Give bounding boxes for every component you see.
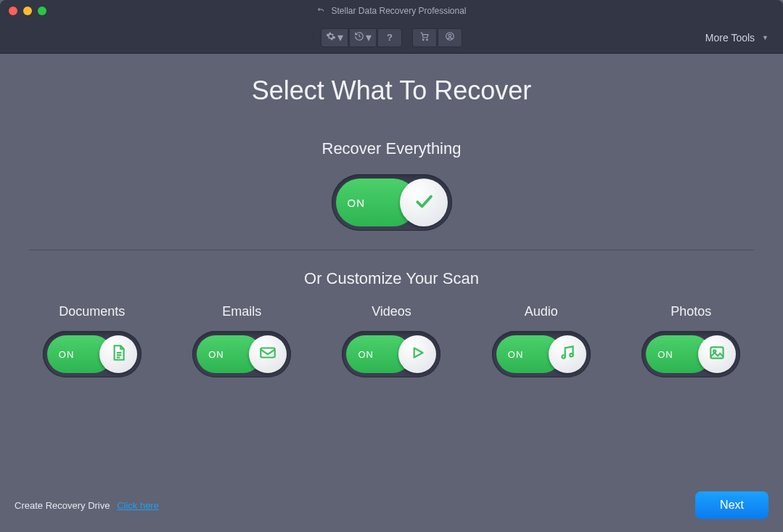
more-tools-label: More Tools [705,32,755,44]
create-recovery-drive-label: Create Recovery Drive [15,500,110,511]
customize-scan-label: Or Customize Your Scan [15,269,768,288]
document-icon [109,343,128,365]
divider [29,250,754,250]
check-icon [413,190,435,215]
svg-point-3 [448,34,451,37]
category-row: Documents ON Emails ON [15,304,768,377]
settings-button[interactable]: ▾ [321,28,348,47]
main-content: Select What To Recover Recover Everythin… [0,54,783,377]
more-tools-button[interactable]: More Tools ▼ [705,32,768,44]
window-title: Stellar Data Recovery Professional [331,6,466,16]
recover-everything-toggle[interactable]: ON [332,174,452,231]
toolbar: ▾ ▾ ? More Tools ▼ [0,22,783,54]
category-documents: Documents ON [22,304,163,377]
category-label: Documents [59,304,125,319]
recover-everything-label: Recover Everything [15,139,768,158]
category-videos: Videos ON [321,304,462,377]
svg-point-10 [570,353,573,356]
svg-rect-7 [261,348,275,358]
toggle-knob [249,335,287,373]
audio-icon [558,343,577,365]
toggle-on-label: ON [59,349,75,360]
account-button[interactable] [438,28,462,47]
photos-toggle[interactable]: ON [641,331,740,377]
svg-marker-8 [414,348,423,358]
toggle-knob [549,335,586,373]
toggle-knob [400,179,448,226]
audio-toggle[interactable]: ON [492,331,591,377]
toolbar-settings-group: ▾ ▾ ? [321,28,402,47]
chevron-down-icon: ▾ [366,30,372,44]
click-here-link[interactable]: Click here [117,500,159,511]
cart-button[interactable] [412,28,437,47]
titlebar: Stellar Data Recovery Professional [0,0,783,22]
videos-toggle[interactable]: ON [342,331,440,377]
help-button[interactable]: ? [377,28,402,47]
page-title: Select What To Recover [15,75,768,106]
category-label: Videos [372,304,411,319]
next-button[interactable]: Next [695,491,768,519]
toggle-knob [698,335,736,373]
category-label: Photos [671,304,711,319]
history-icon [354,31,364,44]
chevron-down-icon: ▾ [337,30,343,44]
gear-icon [326,31,336,44]
category-photos: Photos ON [620,304,761,377]
create-recovery-drive: Create Recovery Drive Click here [15,500,159,511]
window-controls [9,7,46,15]
toolbar-account-group [412,28,462,47]
toggle-on-label: ON [508,349,524,360]
category-label: Audio [525,304,558,319]
help-icon: ? [387,32,393,43]
category-audio: Audio ON [471,304,612,377]
close-window-button[interactable] [9,7,17,15]
toggle-on-label: ON [657,349,673,360]
svg-point-9 [562,355,565,358]
toggle-knob [99,335,137,373]
photo-icon [708,343,726,365]
toggle-on-label: ON [358,349,374,360]
category-emails: Emails ON [171,304,312,377]
history-button[interactable]: ▾ [349,28,377,47]
chevron-down-icon: ▼ [762,34,768,41]
toggle-on-label: ON [208,349,224,360]
user-icon [445,31,455,44]
category-label: Emails [222,304,261,319]
emails-toggle[interactable]: ON [192,331,291,377]
email-icon [258,343,277,365]
video-icon [408,343,427,365]
svg-point-0 [422,38,424,40]
toggle-knob [398,335,436,373]
svg-point-1 [427,38,428,40]
zoom-window-button[interactable] [38,7,46,15]
svg-rect-11 [711,347,723,358]
footer: Create Recovery Drive Click here Next [0,491,783,519]
toggle-on-label: ON [348,197,366,209]
documents-toggle[interactable]: ON [43,331,142,377]
minimize-window-button[interactable] [23,7,32,15]
back-arrow-icon [316,6,325,17]
cart-icon [419,31,430,44]
